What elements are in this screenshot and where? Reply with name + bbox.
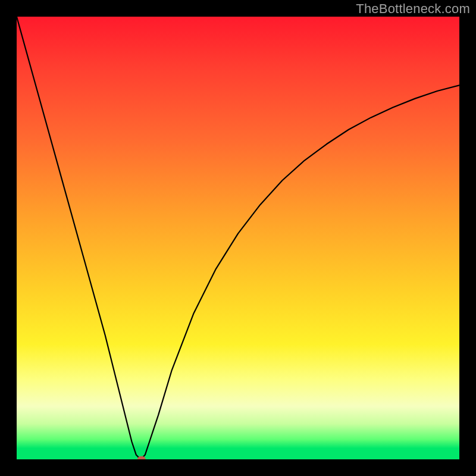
plot-area: [17, 17, 459, 459]
curve-svg: [17, 17, 459, 459]
chart-stage: TheBottleneck.com: [0, 0, 476, 476]
watermark-text: TheBottleneck.com: [356, 1, 470, 17]
bottleneck-curve: [17, 17, 459, 459]
